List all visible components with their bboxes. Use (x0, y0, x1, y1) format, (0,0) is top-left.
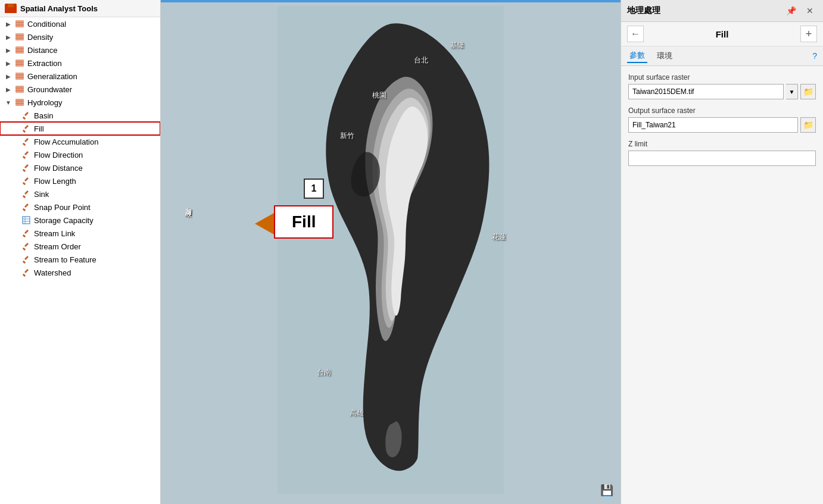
storage-capacity-icon (21, 215, 31, 225)
sidebar-item-label-conditional: Conditional (27, 20, 66, 29)
sidebar-item-label-fill: Fill (34, 124, 44, 133)
svg-rect-38 (23, 274, 26, 277)
sidebar-item-hydrology[interactable]: ▼ Hydrology (0, 96, 160, 109)
sidebar-item-label-flow-length: Flow Length (34, 177, 76, 186)
svg-rect-31 (23, 217, 30, 224)
sidebar-item-stream-to-feature[interactable]: Stream to Feature (0, 253, 160, 266)
sidebar-item-label-snap-pour-point: Snap Pour Point (34, 203, 91, 212)
arrow-extraction: ▶ (5, 60, 12, 67)
annotation-arrow (255, 213, 274, 234)
input-folder-button[interactable]: 📁 (800, 84, 816, 99)
svg-rect-17 (15, 86, 24, 93)
raster-icon-extraction (15, 58, 24, 68)
annotation-number-1: 1 (304, 179, 324, 199)
hammer-icon-stream-order (21, 242, 31, 251)
panel-body: Input surface raster ▼ 📁 Output surface … (621, 66, 823, 504)
sidebar-title-text: Spatial Analyst Tools (20, 4, 98, 13)
svg-rect-27 (23, 169, 26, 172)
toolbox-icon (5, 4, 17, 13)
sidebar-item-sink[interactable]: Sink (0, 187, 160, 201)
tab-env[interactable]: 環境 (654, 49, 675, 62)
output-surface-raster-label: Output surface raster (628, 107, 816, 115)
sidebar-item-watershed[interactable]: Watershed (0, 266, 160, 279)
back-button[interactable]: ← (627, 26, 644, 42)
hammer-icon-basin (21, 111, 31, 120)
taiwan-dem-map (278, 6, 504, 494)
svg-rect-20 (15, 99, 24, 106)
sidebar-item-snap-pour-point[interactable]: Snap Pour Point (0, 201, 160, 214)
hammer-icon-fill (21, 124, 31, 133)
sidebar-item-label-density: Density (27, 33, 53, 42)
sidebar-item-basin[interactable]: Basin (0, 109, 160, 122)
sidebar-item-label-hydrology: Hydrology (27, 98, 63, 107)
arrow-distance: ▶ (5, 47, 12, 54)
sidebar: Spatial Analyst Tools ▶ Conditional ▶ De… (0, 0, 161, 504)
sidebar-item-density[interactable]: ▶ Density (0, 30, 160, 43)
svg-rect-11 (15, 60, 24, 67)
arrow-density: ▶ (5, 34, 12, 40)
add-button[interactable]: + (800, 26, 817, 42)
raster-icon-density (15, 32, 24, 42)
sidebar-item-label-flow-direction: Flow Direction (34, 151, 83, 159)
sidebar-item-stream-order[interactable]: Stream Order (0, 240, 160, 253)
svg-rect-36 (23, 248, 26, 251)
output-folder-button[interactable]: 📁 (800, 117, 816, 133)
sidebar-item-flow-length[interactable]: Flow Length (0, 174, 160, 187)
sidebar-item-flow-direction[interactable]: Flow Direction (0, 148, 160, 161)
hammer-icon-snap-pour (21, 202, 31, 212)
tab-params[interactable]: 參數 (627, 49, 647, 63)
geo-panel-header: 地理處理 📌 ✕ (621, 0, 823, 22)
svg-rect-24 (23, 130, 26, 133)
hammer-icon-flow-acc (21, 137, 31, 146)
sidebar-title: Spatial Analyst Tools (0, 0, 160, 17)
z-limit-group: Z limit (628, 140, 816, 166)
sidebar-item-label-groundwater: Groundwater (27, 85, 72, 94)
sidebar-item-groundwater[interactable]: ▶ Groundwater (0, 83, 160, 96)
sidebar-item-label-watershed: Watershed (34, 268, 71, 277)
sidebar-item-distance[interactable]: ▶ Distance (0, 43, 160, 57)
right-panel: 地理處理 📌 ✕ ← Fill + 參數 環境 ? Input surface … (621, 0, 823, 504)
input-dropdown-arrow[interactable]: ▼ (786, 84, 798, 99)
sidebar-item-fill[interactable]: Fill (0, 122, 160, 135)
svg-rect-23 (23, 117, 26, 120)
sidebar-item-generalization[interactable]: ▶ Generalization (0, 70, 160, 83)
svg-rect-14 (15, 73, 24, 80)
hammer-icon-flow-len (21, 176, 31, 186)
z-limit-label: Z limit (628, 140, 816, 148)
svg-rect-28 (23, 182, 26, 185)
hammer-icon-stream-link (21, 228, 31, 238)
sidebar-item-flow-accumulation[interactable]: Flow Accumulation (0, 135, 160, 148)
raster-icon-conditional (15, 19, 24, 29)
help-icon[interactable]: ? (812, 51, 817, 61)
hammer-icon-watershed (21, 268, 31, 277)
input-surface-raster-field[interactable] (628, 84, 784, 99)
svg-rect-5 (15, 33, 24, 40)
raster-icon-distance (15, 45, 24, 55)
sidebar-item-conditional[interactable]: ▶ Conditional (0, 17, 160, 30)
tool-header-row: ← Fill + (621, 22, 823, 46)
sidebar-item-label-stream-link: Stream Link (34, 229, 75, 238)
close-button[interactable]: ✕ (803, 4, 817, 18)
sidebar-item-label-sink: Sink (34, 190, 49, 199)
map-topbar (161, 0, 621, 2)
sidebar-item-storage-capacity[interactable]: Storage Capacity (0, 214, 160, 227)
sidebar-item-label-stream-order: Stream Order (34, 242, 81, 251)
arrow-conditional: ▶ (5, 21, 12, 27)
pin-button[interactable]: 📌 (784, 4, 798, 18)
sidebar-item-extraction[interactable]: ▶ Extraction (0, 57, 160, 70)
output-surface-raster-field[interactable] (628, 117, 798, 133)
z-limit-field[interactable] (628, 151, 816, 166)
raster-icon-hydrology (15, 98, 24, 107)
hammer-icon-flow-dir (21, 150, 31, 159)
svg-rect-35 (23, 234, 26, 237)
svg-rect-1 (8, 4, 14, 7)
input-surface-raster-group: Input surface raster ▼ 📁 (628, 73, 816, 99)
hammer-icon-flow-dist (21, 163, 31, 173)
sidebar-item-stream-link[interactable]: Stream Link (0, 227, 160, 240)
raster-icon-groundwater (15, 84, 24, 94)
sidebar-item-label-generalization: Generalization (27, 72, 77, 81)
map-label-taiwan-strait: 台灣海峽 (184, 202, 193, 206)
sidebar-item-flow-distance[interactable]: Flow Distance (0, 161, 160, 174)
output-surface-raster-row: 📁 (628, 117, 816, 133)
hammer-icon-stream-to-feature (21, 255, 31, 264)
